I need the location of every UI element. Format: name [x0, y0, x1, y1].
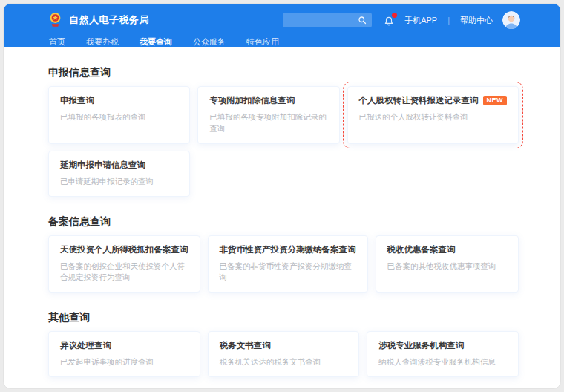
query-card[interactable]: 天使投资个人所得税抵扣备案查询已备案的创投企业和天使投资个人符合规定投资行为查询 — [48, 235, 200, 293]
card-title: 涉税专业服务机构查询 — [378, 340, 464, 351]
section-title: 申报信息查询 — [48, 66, 519, 79]
mobile-app-link[interactable]: 手机APP — [404, 15, 437, 26]
card-desc: 已备案的其他税收优惠事项查询 — [387, 261, 508, 272]
card-grid: 异议处理查询已发起申诉事项的进度查询税务文书查询税务机关送达的税务文书查询涉税专… — [48, 331, 519, 377]
search-icon[interactable] — [358, 16, 367, 24]
section-title: 备案信息查询 — [48, 215, 519, 229]
query-card[interactable]: 非货币性资产投资分期缴纳备案查询已备案的非货币性资产投资分期缴纳查询 — [208, 235, 368, 293]
main-nav: 首页我要办税我要查询公众服务特色应用 — [48, 34, 520, 53]
help-center-link[interactable]: 帮助中心 — [460, 15, 493, 26]
card-title: 天使投资个人所得税抵扣备案查询 — [60, 244, 188, 255]
card-desc: 已填报的各项专项附加扣除记录的查询 — [209, 111, 327, 135]
query-card[interactable]: 涉税专业服务机构查询纳税人查询涉税专业服务机构信息 — [367, 331, 519, 377]
card-title: 异议处理查询 — [60, 340, 111, 351]
query-card[interactable]: 申报查询已填报的各项报表的查询 — [48, 86, 190, 144]
card-title: 专项附加扣除信息查询 — [209, 95, 295, 106]
unread-badge-dot — [392, 13, 397, 18]
card-desc: 已发起申诉事项的进度查询 — [60, 356, 188, 368]
query-card[interactable]: 个人股权转让资料报送记录查询NEW已报送的个人股权转让资料查询 — [347, 86, 519, 144]
query-card[interactable]: 税务文书查询税务机关送达的税务文书查询 — [208, 331, 360, 377]
card-desc: 税务机关送达的税务文书查询 — [220, 356, 348, 368]
card-title: 延期申报申请信息查询 — [60, 160, 145, 171]
query-card[interactable]: 税收优惠备案查询已备案的其他税收优惠事项查询 — [376, 235, 519, 293]
section-title: 其他查询 — [48, 311, 519, 324]
card-desc: 已备案的非货币性资产投资分期缴纳查询 — [220, 261, 356, 284]
card-desc: 已备案的创投企业和天使投资个人符合规定投资行为查询 — [60, 261, 188, 284]
search-box[interactable] — [283, 13, 372, 27]
nav-item-4[interactable]: 公众服务 — [192, 34, 226, 53]
card-desc: 已报送的个人股权转让资料查询 — [359, 111, 508, 123]
app-window: 自然人电子税务局 手机APP | 帮助中 — [3, 3, 561, 389]
card-desc: 已申请延期申报记录的查询 — [60, 176, 178, 188]
card-desc: 已填报的各项报表的查询 — [60, 111, 178, 123]
emblem-logo-icon — [48, 12, 62, 28]
header-divider: | — [447, 16, 450, 24]
top-header: 自然人电子税务局 手机APP | 帮助中 — [4, 4, 560, 47]
card-title: 个人股权转让资料报送记录查询 — [359, 95, 479, 106]
notification-bell-icon[interactable] — [384, 15, 394, 26]
new-badge: NEW — [483, 96, 508, 105]
site-title: 自然人电子税务局 — [69, 13, 149, 27]
nav-item-1[interactable]: 首页 — [48, 34, 66, 53]
query-card[interactable]: 异议处理查询已发起申诉事项的进度查询 — [48, 331, 200, 377]
card-title: 申报查询 — [60, 95, 94, 106]
nav-item-2[interactable]: 我要办税 — [85, 34, 119, 53]
card-grid: 申报查询已填报的各项报表的查询专项附加扣除信息查询已填报的各项专项附加扣除记录的… — [48, 86, 519, 197]
search-input[interactable] — [288, 16, 358, 24]
query-card[interactable]: 专项附加扣除信息查询已填报的各项专项附加扣除记录的查询 — [197, 86, 339, 144]
card-title: 税收优惠备案查询 — [387, 244, 456, 255]
card-title: 非货币性资产投资分期缴纳备案查询 — [220, 244, 356, 255]
query-card[interactable]: 延期申报申请信息查询已申请延期申报记录的查询 — [48, 151, 190, 197]
main-content: 申报信息查询申报查询已填报的各项报表的查询专项附加扣除信息查询已填报的各项专项附… — [4, 66, 560, 377]
nav-item-3[interactable]: 我要查询 — [139, 34, 173, 53]
card-desc: 纳税人查询涉税专业服务机构信息 — [378, 356, 507, 368]
card-title: 税务文书查询 — [220, 340, 271, 351]
nav-item-5[interactable]: 特色应用 — [246, 34, 280, 53]
user-avatar[interactable] — [502, 11, 520, 29]
card-grid: 天使投资个人所得税抵扣备案查询已备案的创投企业和天使投资个人符合规定投资行为查询… — [48, 235, 519, 293]
